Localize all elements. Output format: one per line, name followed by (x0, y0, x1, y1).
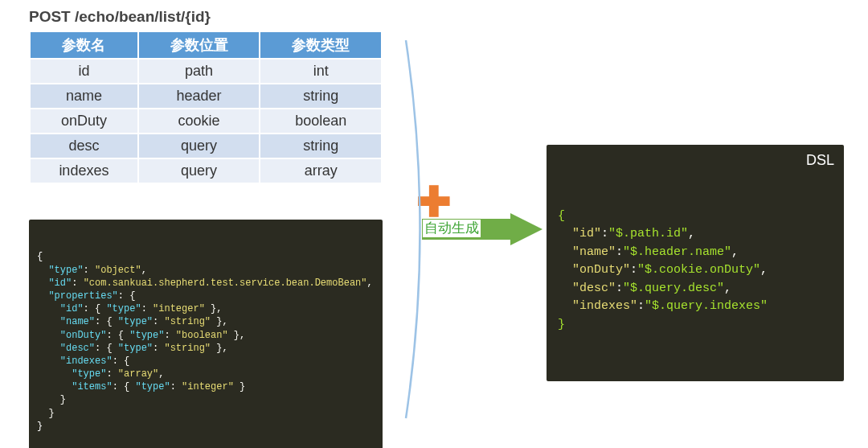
table-row: indexesqueryarray (30, 158, 382, 183)
table-cell: onDuty (30, 109, 138, 134)
table-cell: query (138, 158, 260, 183)
table-header-cell: 参数位置 (138, 31, 260, 59)
table-row: nameheaderstring (30, 84, 382, 109)
code-line: "desc": { "type": "string" }, (37, 342, 375, 355)
table-cell: array (260, 158, 382, 183)
table-cell: string (260, 84, 382, 109)
code-line: "name": { "type": "string" }, (37, 315, 375, 328)
code-line: "id": "com.sankuai.shepherd.test.service… (37, 277, 375, 290)
table-cell: boolean (260, 109, 382, 134)
diagram-container: POST /echo/bean/list/{id} 参数名参数位置参数类型 id… (0, 0, 868, 448)
table-cell: header (138, 84, 260, 109)
code-line: "onDuty":"$.cookie.onDuty", (558, 261, 833, 280)
code-line: } (37, 420, 375, 433)
table-cell: string (260, 134, 382, 158)
code-line: "id":"$.path.id", (558, 225, 833, 244)
table-cell: name (30, 84, 138, 109)
code-line: "indexes": { (37, 355, 375, 368)
table-cell: id (30, 59, 138, 84)
dsl-code-block: DSL { "id":"$.path.id", "name":"$.header… (547, 145, 844, 381)
dsl-label: DSL (806, 150, 834, 171)
code-line: "id": { "type": "integer" }, (37, 302, 375, 315)
arrow-label: 自动生成 (422, 219, 481, 238)
code-line: "items": { "type": "integer" } (37, 380, 375, 393)
table-header-cell: 参数类型 (260, 31, 382, 59)
api-endpoint-title: POST /echo/bean/list/{id} (29, 8, 844, 26)
svg-marker-1 (510, 213, 542, 245)
code-line: "indexes":"$.query.indexes" (558, 298, 833, 316)
table-row: descquerystring (30, 134, 382, 158)
parameters-table: 参数名参数位置参数类型 idpathintnameheaderstringonD… (29, 31, 383, 184)
json-schema-code-block: { "type": "object", "id": "com.sankuai.s… (29, 220, 383, 448)
code-line: } (37, 407, 375, 420)
table-cell: query (138, 134, 260, 158)
code-line: } (558, 316, 833, 335)
code-line: "type": "array", (37, 368, 375, 380)
code-line: "name":"$.header.name", (558, 244, 833, 262)
code-line: "properties": { (37, 290, 375, 302)
table-row: idpathint (30, 59, 382, 84)
table-cell: path (138, 59, 260, 84)
code-line: "onDuty": { "type": "boolean" }, (37, 329, 375, 342)
table-row: onDutycookieboolean (30, 109, 382, 134)
code-line: "type": "object", (37, 264, 375, 277)
table-cell: int (260, 59, 382, 84)
table-cell: cookie (138, 109, 260, 134)
code-line: "desc":"$.query.desc", (558, 280, 833, 298)
code-line: { (37, 250, 375, 263)
table-cell: indexes (30, 158, 138, 183)
code-line: { (558, 208, 833, 226)
table-header-cell: 参数名 (30, 31, 138, 59)
code-line: } (37, 393, 375, 406)
table-cell: desc (30, 134, 138, 158)
